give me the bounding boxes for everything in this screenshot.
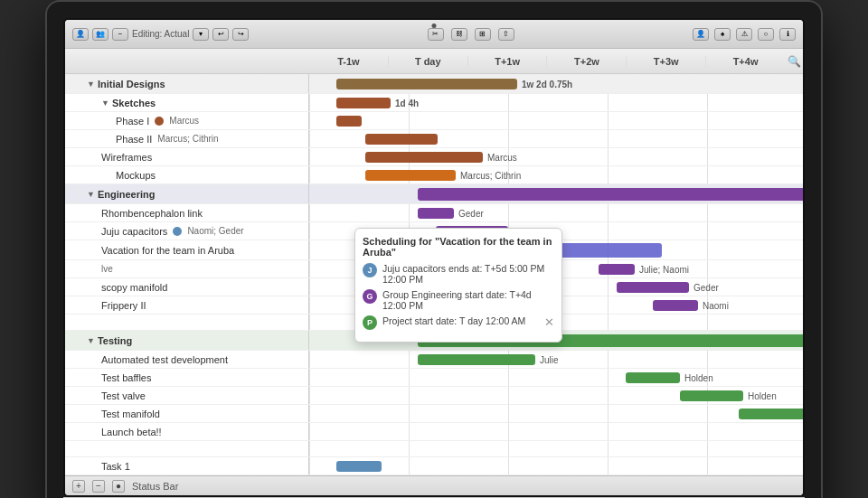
task-label-empty1 [65, 315, 309, 330]
info-icon[interactable]: ℹ [779, 28, 796, 41]
task-label-frippery: Frippery II [65, 296, 309, 314]
bar-phase1 [336, 116, 362, 127]
assignee-juju: Naomi; Geder [187, 226, 243, 236]
task-label-testing: ▼ Testing [65, 331, 309, 350]
row-rhombencephalon[interactable]: Rhombencephalon link Geder [65, 204, 803, 222]
tooltip: Scheduling for "Vacation for the team in… [354, 228, 562, 343]
tooltip-title: Scheduling for "Vacation for the team in… [363, 236, 554, 258]
bar-label-test-baffles: Holden [684, 372, 713, 382]
bar-label-auto-test: Julie [540, 354, 559, 364]
task-label-test-baffles: Test baffles [65, 369, 309, 386]
circle-icon[interactable]: ○ [758, 28, 774, 41]
bar-sketches [336, 98, 391, 108]
tooltip-text-3: Project start date: T day 12:00 AM [382, 315, 525, 326]
person2-icon[interactable]: 👥 [92, 28, 108, 41]
bars-rhombencephalon: Geder [309, 204, 803, 221]
task-label-empty2 [65, 441, 309, 456]
camera [432, 23, 437, 28]
row-test-baffles[interactable]: Test baffles Holden [65, 369, 803, 387]
dropdown-btn[interactable]: ▾ [193, 28, 209, 41]
minus-icon[interactable]: − [112, 28, 128, 41]
assignee-phase1: Marcus [169, 116, 199, 126]
tooltip-text-1: Juju capacitors ends at: T+5d 5:00 PM12:… [382, 263, 544, 285]
search-icon[interactable]: 🔍 [785, 55, 803, 68]
bars-test-baffles: Holden [309, 369, 803, 386]
row-initial-designs[interactable]: ▼ Initial Designs 1w 2d 0.75h [65, 74, 803, 94]
bars-wireframes: Marcus [309, 148, 803, 165]
bar-engineering [418, 188, 803, 201]
row-engineering[interactable]: ▼ Engineering 2w 3d 4.5h [65, 184, 803, 204]
bar-test-manifold [739, 409, 803, 419]
row-phase2[interactable]: Phase II Marcus; Cithrin [65, 130, 803, 148]
bars-auto-test: Julie [309, 351, 803, 368]
bars-phase1 [309, 112, 803, 129]
arrow-icon: ▼ [87, 80, 95, 89]
bar-label-ive: Julie; Naomi [639, 264, 689, 274]
row-wireframes[interactable]: Wireframes Marcus [65, 148, 803, 166]
undo-icon[interactable]: ↩ [212, 28, 229, 41]
row-task1[interactable]: Task 1 [65, 457, 803, 475]
bar-wireframes [365, 152, 483, 163]
tooltip-row-1: J Juju capacitors ends at: T+5d 5:00 PM1… [363, 263, 554, 285]
col-t-minus-1w: T-1w [309, 56, 389, 67]
bar-auto-test [418, 354, 535, 365]
bars-sketches: 1d 4h [309, 94, 803, 111]
bars-empty2 [309, 441, 803, 456]
arrow-icon-eng: ▼ [87, 190, 95, 199]
row-test-manifold[interactable]: Test manifold [65, 405, 803, 423]
bar-task1 [336, 461, 382, 472]
task-label-engineering: ▼ Engineering [65, 184, 309, 203]
bars-mockups: Marcus; Cithrin [309, 166, 803, 183]
export-icon[interactable]: ⇧ [498, 28, 514, 41]
spade-icon[interactable]: ♠ [714, 28, 731, 41]
task-label-phase1: Phase I Marcus [65, 112, 309, 129]
row-sketches[interactable]: ▼ Sketches 1d 4h [65, 94, 803, 112]
row-launch[interactable]: Launch beta!! [65, 423, 803, 441]
person-icon[interactable]: 👤 [72, 28, 89, 41]
user-icon[interactable]: 👤 [693, 28, 709, 41]
alert-icon[interactable]: ⚠ [736, 28, 752, 41]
bar-frippery [653, 300, 698, 311]
link-icon[interactable]: ⛓ [451, 28, 467, 41]
grid-icon[interactable]: ⊞ [475, 28, 491, 41]
bar-label-scopy: Geder [693, 282, 719, 292]
laptop-frame: 👤 👥 − Editing: Actual ▾ ↩ ↪ ✂ ⛓ ⊞ ⇧ 👤 ♠ [45, 0, 823, 498]
toolbar-left: 👤 👥 − Editing: Actual ▾ ↩ ↪ [72, 28, 249, 41]
row-auto-test[interactable]: Automated test development Julie [65, 351, 803, 369]
tooltip-icon-1: J [363, 263, 377, 277]
task-label-launch: Launch beta!! [65, 423, 309, 440]
task-label-test-manifold: Test manifold [65, 405, 309, 422]
col-t-plus-4w: T+4w [706, 56, 785, 67]
redo-icon[interactable]: ↪ [232, 28, 249, 41]
bar-label-rhombencephalon: Geder [458, 208, 484, 218]
tooltip-row-3: P Project start date: T day 12:00 AM ✕ [363, 315, 554, 330]
add-btn[interactable]: + [72, 480, 85, 493]
bars-engineering: 2w 3d 4.5h [309, 184, 803, 203]
tooltip-row-2: G Group Engineering start date: T+4d12:0… [363, 289, 554, 311]
status-label: Status Bar [132, 481, 178, 492]
row-phase1[interactable]: Phase I Marcus [65, 112, 803, 130]
bar-test-baffles [626, 372, 680, 383]
bar-rhombencephalon [418, 208, 454, 219]
time-columns: T-1w T day T+1w T+2w T+3w T+4w [309, 56, 785, 67]
task-label-auto-test: Automated test development [65, 351, 309, 368]
bars-task1 [309, 457, 803, 475]
bars-initial-designs: 1w 2d 0.75h [309, 74, 803, 93]
row-mockups[interactable]: Mockups Marcus; Cithrin [65, 166, 803, 184]
bar-test-valve [680, 390, 743, 401]
gantt-body: ▼ Initial Designs 1w 2d 0.75h ▼ Sketches [65, 74, 803, 475]
timeline-header: T-1w T day T+1w T+2w T+3w T+4w 🔍 [65, 49, 803, 74]
remove-btn[interactable]: − [92, 480, 105, 493]
tooltip-icon-2: G [363, 289, 377, 304]
assignee-phase2: Marcus; Cithrin [157, 134, 218, 144]
close-icon[interactable]: ✕ [544, 315, 554, 329]
bar-label-test-valve: Holden [748, 390, 777, 400]
arrow-icon-sketches: ▼ [101, 99, 109, 108]
lock-btn[interactable]: ● [112, 480, 125, 493]
status-bar: + − ● Status Bar [65, 475, 803, 495]
bar-scopy [617, 282, 689, 293]
scissors-icon[interactable]: ✂ [428, 28, 444, 41]
task-label-mockups: Mockups [65, 166, 309, 183]
row-test-valve[interactable]: Test valve Holden [65, 387, 803, 405]
col-t-day: T day [389, 56, 468, 67]
